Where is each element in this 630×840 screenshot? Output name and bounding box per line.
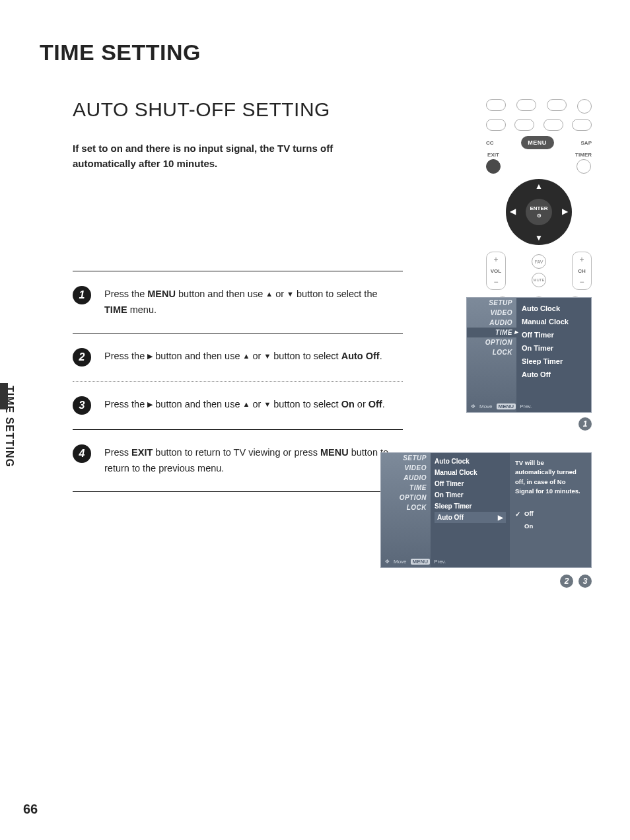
step-num-3: 3 (73, 396, 91, 415)
up-arrow-icon: ▲ (243, 398, 250, 411)
vol-rocker: + VOL − (486, 252, 506, 290)
osd-option-on: ✓ On (515, 520, 586, 533)
step-num-2: 2 (73, 348, 91, 367)
enter-target-icon: ⊙ (537, 213, 542, 219)
prev-label: Prev. (520, 403, 532, 409)
osd-screenshot-2: SETUP VIDEO AUDIO TIME OPTION LOCK ✥ Mov… (380, 452, 592, 568)
osd-left-panel: SETUP VIDEO AUDIO TIME OPTION LOCK ✥ Mov… (381, 453, 431, 567)
down-arrow-icon: ▼ (535, 233, 543, 242)
osd-left-panel: SETUP VIDEO AUDIO TIME OPTION LOCK ✥ Mov… (467, 298, 516, 412)
skip-back-button (486, 119, 506, 131)
opt-off-label: Off (524, 509, 534, 518)
exit-label: EXIT (487, 152, 499, 158)
osd-footer: ✥ Move MENU Prev. (471, 403, 532, 409)
side-tab: TIME SETTING (0, 383, 18, 489)
nav-ring: ▲ ▼ ◀ ▶ ENTER ⊙ (506, 179, 572, 245)
up-arrow-icon: ▲ (265, 288, 273, 300)
sap-label: SAP (581, 140, 592, 146)
step-2-text: Press the ▶ button and then use ▲ or ▼ b… (104, 348, 382, 365)
check-icon: ✓ (515, 509, 520, 519)
osd-right-panel: Auto Clock Manual Clock Off Timer On Tim… (516, 298, 591, 412)
page-number: 66 (23, 802, 38, 817)
menu-button: MENU (521, 136, 554, 149)
stop-button (486, 99, 506, 111)
osd-item: Manual Clock (435, 467, 506, 478)
prev-box: MENU (411, 559, 431, 565)
osd-cat-setup: SETUP (381, 453, 431, 463)
osd-item: Manual Clock (522, 315, 586, 328)
osd-cat-option: OPTION (467, 337, 516, 347)
osd-cat-time: TIME (381, 483, 431, 493)
plus-icon: + (493, 255, 498, 264)
play-button (516, 99, 536, 111)
up-arrow-icon: ▲ (535, 182, 543, 191)
enter-button: ENTER ⊙ (526, 199, 552, 225)
right-arrow-icon: ▶ (498, 514, 503, 521)
osd-footer: ✥ Move MENU Prev. (385, 559, 446, 565)
skip-fwd-button (572, 119, 592, 131)
osd-cat-video: VIDEO (467, 308, 516, 318)
up-arrow-icon: ▲ (243, 350, 250, 363)
osd-cat-setup: SETUP (467, 298, 516, 308)
step-num-1: 1 (73, 286, 91, 304)
prev-box: MENU (497, 403, 516, 409)
step-4: 4 Press EXIT button to return to TV view… (73, 430, 403, 492)
minus-icon: − (579, 277, 584, 287)
step-3-text: Press the ▶ button and then use ▲ or ▼ b… (104, 396, 385, 413)
osd-cat-lock: LOCK (467, 347, 516, 357)
ch-rocker: + CH − (572, 252, 592, 290)
badge-1: 1 (578, 417, 592, 431)
step-3: 3 Press the ▶ button and then use ▲ or ▼… (73, 382, 403, 430)
osd-item-label: Auto Off (437, 514, 464, 521)
remote-diagram: CC MENU SAP EXIT TIMER ▲ ▼ ◀ ▶ ENTER ⊙ (486, 99, 592, 291)
exit-button (486, 159, 501, 174)
osd-item-selected: Auto Off ▶ (435, 512, 506, 523)
step-1-text: Press the MENU button and then use ▲ or … (104, 286, 403, 318)
osd-item: Sleep Timer (435, 501, 506, 512)
intro-text: If set to on and there is no input signa… (73, 141, 363, 172)
down-arrow-icon: ▼ (263, 398, 271, 411)
left-arrow-icon: ◀ (510, 207, 516, 216)
osd-item: Off Timer (522, 328, 586, 341)
step-4-text: Press EXIT button to return to TV viewin… (104, 444, 403, 477)
prev-label: Prev. (434, 559, 446, 565)
osd-item: Sleep Timer (522, 355, 586, 368)
timer-button (577, 159, 591, 174)
forward-button (543, 119, 563, 131)
page-title: TIME SETTING (40, 40, 594, 65)
vol-label: VOL (491, 268, 501, 274)
osd-right-panel: TV will be automatically turned off, in … (510, 453, 591, 567)
enter-label: ENTER (530, 205, 547, 211)
down-arrow-icon: ▼ (287, 288, 294, 300)
osd-cat-audio: AUDIO (381, 473, 431, 483)
mute-button: MUTE (532, 273, 546, 287)
osd-screenshot-1: SETUP VIDEO AUDIO TIME OPTION LOCK ✥ Mov… (466, 297, 592, 413)
step-num-4: 4 (73, 444, 91, 463)
osd-item: Off Timer (435, 478, 506, 489)
steps-list: 1 Press the MENU button and then use ▲ o… (73, 271, 403, 493)
minus-icon: − (493, 277, 498, 287)
step-2: 2 Press the ▶ button and then use ▲ or ▼… (73, 333, 403, 382)
move-glyph-icon: ✥ (385, 559, 390, 565)
osd-cat-time: TIME (467, 328, 516, 337)
badge-3: 3 (578, 575, 592, 588)
osd-cat-video: VIDEO (381, 463, 431, 473)
osd-cat-option: OPTION (381, 493, 431, 503)
osd-option-off: ✓ Off (515, 508, 586, 520)
badge-2: 2 (560, 575, 573, 588)
down-arrow-icon: ▼ (263, 350, 271, 363)
osd-item: On Timer (435, 489, 506, 501)
step-1: 1 Press the MENU button and then use ▲ o… (73, 271, 403, 333)
rewind-button (514, 119, 534, 131)
cc-label: CC (486, 140, 494, 146)
timer-label: TIMER (575, 152, 592, 158)
move-label: Move (479, 403, 493, 409)
ch-label: CH (578, 268, 586, 274)
right-arrow-icon: ▶ (562, 207, 568, 216)
osd-cat-lock: LOCK (381, 503, 431, 512)
osd-desc: TV will be automatically turned off, in … (515, 458, 586, 496)
move-label: Move (394, 559, 407, 565)
osd-item: On Timer (522, 341, 586, 355)
osd-item: Auto Off (522, 368, 586, 381)
record-button (577, 99, 592, 114)
